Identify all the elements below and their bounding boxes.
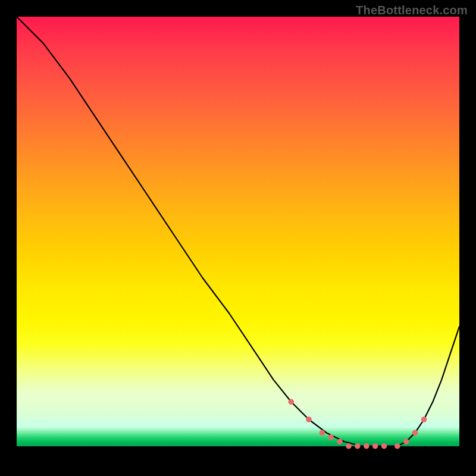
valley-dot bbox=[394, 443, 400, 449]
chart-stage: TheBottleneck.com bbox=[0, 0, 476, 476]
valley-dots bbox=[289, 399, 427, 449]
valley-dot bbox=[381, 443, 387, 449]
valley-dot bbox=[320, 430, 325, 436]
bottleneck-curve bbox=[17, 17, 459, 446]
curve-svg bbox=[17, 17, 459, 459]
watermark-text: TheBottleneck.com bbox=[356, 4, 468, 17]
valley-dot bbox=[412, 430, 418, 436]
valley-dot bbox=[421, 416, 427, 422]
valley-dot bbox=[328, 434, 334, 440]
valley-dot bbox=[289, 399, 295, 405]
valley-dot bbox=[337, 439, 343, 444]
valley-dot bbox=[346, 443, 352, 449]
valley-dot bbox=[306, 416, 312, 422]
valley-dot bbox=[355, 443, 361, 449]
valley-dot bbox=[364, 443, 369, 449]
valley-dot bbox=[403, 439, 409, 444]
valley-dot bbox=[372, 443, 378, 449]
plot-area bbox=[17, 17, 459, 459]
